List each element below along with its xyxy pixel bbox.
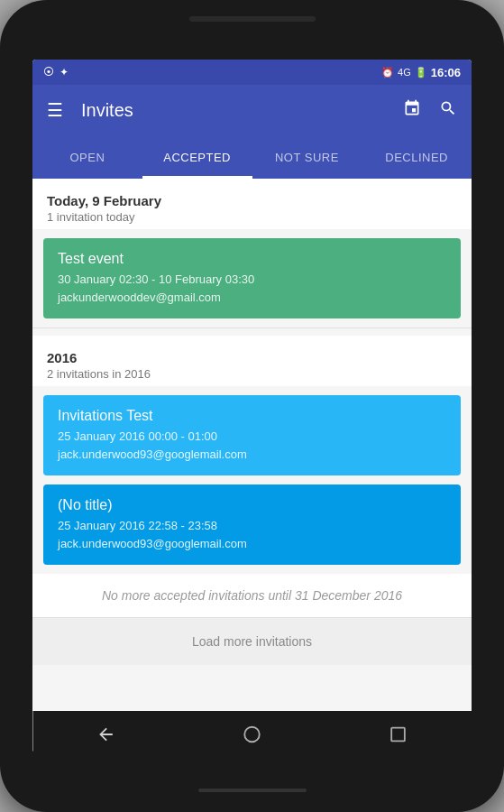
divider-1: [32, 328, 472, 328]
section-date-2016: 2016: [47, 350, 457, 365]
toolbar-actions: [403, 99, 457, 122]
search-icon[interactable]: [439, 99, 457, 122]
content-area: Today, 9 February 1 invitation today Tes…: [32, 179, 472, 752]
section-count-2016: 2 invitations in 2016: [47, 367, 457, 381]
card-invitations-test-title: Invitations Test: [58, 408, 446, 424]
status-icons-left: ⦿ ✦: [43, 66, 69, 78]
section-header-today: Today, 9 February 1 invitation today: [32, 179, 472, 229]
no-more-invitations-text: No more accepted invitations until 31 De…: [32, 574, 472, 617]
bottom-nav: [32, 711, 472, 758]
section-count-today: 1 invitation today: [47, 210, 457, 224]
card-no-title-detail2: jack.underwood93@googlemail.com: [58, 535, 446, 553]
card-test-event-detail1: 30 January 02:30 - 10 February 03:30: [58, 271, 446, 289]
clock: 16:06: [431, 66, 461, 79]
status-bar-right: ⏰ 4G 🔋 16:06: [381, 66, 461, 79]
toolbar-title: Invites: [81, 100, 403, 121]
card-test-event[interactable]: Test event 30 January 02:30 - 10 Februar…: [43, 238, 461, 318]
svg-rect-1: [391, 728, 405, 742]
svg-point-0: [244, 727, 260, 743]
signal-icon: 4G: [398, 67, 411, 78]
tab-open[interactable]: OPEN: [32, 135, 142, 179]
toolbar: ☰ Invites: [32, 85, 472, 135]
card-invitations-test[interactable]: Invitations Test 25 January 2016 00:00 -…: [43, 395, 461, 475]
settings-icon: ✦: [60, 66, 69, 78]
card-test-event-detail2: jackunderwooddev@gmail.com: [58, 289, 446, 307]
phone-bottom-bar: [198, 789, 307, 792]
load-more-button[interactable]: Load more invitations: [32, 617, 472, 665]
tab-declined[interactable]: DECLINED: [362, 135, 472, 179]
phone-screen: ⦿ ✦ ⏰ 4G 🔋 16:06 ☰ Invites: [32, 60, 472, 752]
tab-accepted[interactable]: ACCEPTED: [142, 135, 252, 179]
card-no-title[interactable]: (No title) 25 January 2016 22:58 - 23:58…: [43, 484, 461, 565]
tabs: OPEN ACCEPTED NOT SURE DECLINED: [32, 135, 472, 179]
card-invitations-test-detail1: 25 January 2016 00:00 - 01:00: [58, 428, 446, 446]
calendar-icon[interactable]: [403, 99, 421, 122]
back-button[interactable]: [89, 718, 122, 751]
section-date-today: Today, 9 February: [47, 193, 457, 208]
card-invitations-test-detail2: jack.underwood93@googlemail.com: [58, 446, 446, 464]
card-no-title-detail1: 25 January 2016 22:58 - 23:58: [58, 517, 446, 535]
card-no-title-title: (No title): [58, 497, 446, 513]
battery-icon: 🔋: [415, 67, 427, 78]
card-test-event-title: Test event: [58, 251, 446, 267]
phone-shell: ⦿ ✦ ⏰ 4G 🔋 16:06 ☰ Invites: [0, 0, 504, 812]
home-button[interactable]: [235, 718, 268, 751]
alarm-icon: ⏰: [381, 67, 394, 78]
section-header-2016: 2016 2 invitations in 2016: [32, 336, 472, 386]
wifi-icon: ⦿: [43, 66, 54, 78]
tab-not-sure[interactable]: NOT SURE: [252, 135, 362, 179]
menu-icon[interactable]: ☰: [47, 99, 63, 121]
status-bar: ⦿ ✦ ⏰ 4G 🔋 16:06: [32, 60, 472, 85]
recents-button[interactable]: [382, 718, 415, 751]
